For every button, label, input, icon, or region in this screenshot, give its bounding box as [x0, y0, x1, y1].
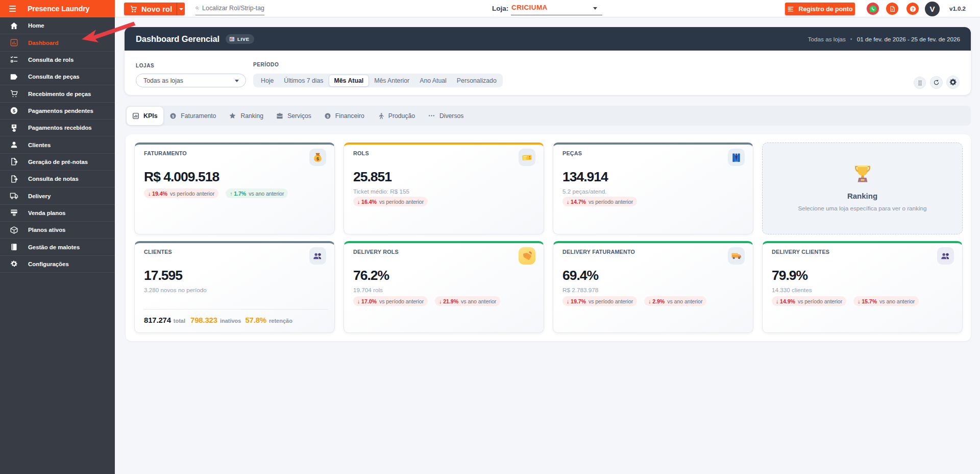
svg-text:?: ? — [911, 6, 914, 11]
svg-text:$: $ — [13, 108, 16, 113]
svg-text:$: $ — [316, 156, 319, 161]
